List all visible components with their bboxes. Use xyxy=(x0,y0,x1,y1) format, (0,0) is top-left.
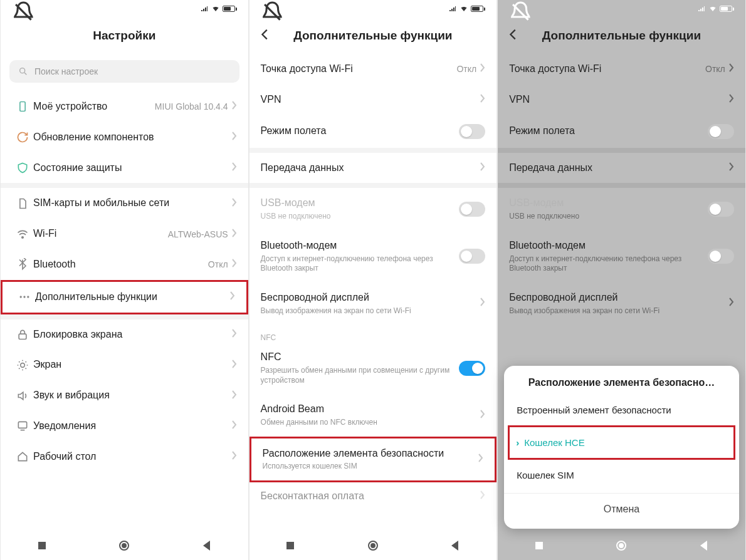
nav-recent[interactable] xyxy=(532,538,547,553)
nav-home[interactable] xyxy=(365,538,381,553)
search-input[interactable]: Поиск настроек xyxy=(9,60,239,83)
chevron-icon xyxy=(232,420,237,432)
toggle[interactable] xyxy=(459,124,485,139)
nav-back[interactable] xyxy=(696,538,712,553)
row-vpn[interactable]: VPN xyxy=(250,85,497,115)
sheet-title: Расположение элемента безопасно… xyxy=(504,366,739,395)
row-usb-модем[interactable]: USB-модемUSB не подключено xyxy=(250,188,497,230)
chevron-icon xyxy=(232,360,237,371)
row-label: Расположение элемента безопасности xyxy=(263,447,479,460)
row-беспроводной-дисплей[interactable]: Беспроводной дисплейВывод изображения на… xyxy=(498,283,745,324)
row-беспроводной-дисплей[interactable]: Беспроводной дисплейВывод изображения на… xyxy=(250,283,497,324)
sheet-option[interactable]: Встроенный элемент безопасности xyxy=(504,395,739,425)
sim-icon xyxy=(12,197,33,210)
row-wifi[interactable]: Wi-Fi ALTWeb-ASUS xyxy=(1,219,248,249)
svg-rect-8 xyxy=(18,422,26,428)
chevron-icon xyxy=(232,329,237,340)
row-sim[interactable]: SIM-карты и мобильные сети xyxy=(1,188,248,219)
toggle[interactable] xyxy=(708,124,734,139)
row-display[interactable]: Экран xyxy=(1,350,248,380)
row-value: Откл xyxy=(208,259,228,269)
row-device[interactable]: Моё устройство MIUI Global 10.4.4 xyxy=(1,91,248,122)
row-бесконтактная-оплата[interactable]: Бесконтактная оплата xyxy=(250,482,497,501)
nav-bar xyxy=(1,531,248,560)
nav-home[interactable] xyxy=(117,538,132,553)
device-icon xyxy=(12,100,33,113)
row-notif2[interactable]: Уведомления xyxy=(1,411,248,442)
row-точка-доступа-wi-fi[interactable]: Точка доступа Wi-Fi Откл xyxy=(250,54,497,85)
back-button[interactable] xyxy=(258,28,272,44)
chevron-icon xyxy=(232,162,237,174)
row-передача-данных[interactable]: Передача данных xyxy=(498,153,745,184)
back-button[interactable] xyxy=(507,28,520,44)
svg-rect-15 xyxy=(535,542,543,549)
chevron-icon xyxy=(478,454,483,465)
nav-recent[interactable] xyxy=(283,538,298,553)
row-режим-полета[interactable]: Режим полета xyxy=(250,115,497,148)
row-shield[interactable]: Состояние защиты xyxy=(1,153,248,184)
nav-recent[interactable] xyxy=(34,538,50,553)
row-label: USB-модем xyxy=(509,197,708,210)
row-режим-полета[interactable]: Режим полета xyxy=(498,115,745,148)
lock-icon xyxy=(12,328,33,341)
row-label: Беспроводной дисплей xyxy=(509,291,729,304)
row-lock[interactable]: Блокировка экрана xyxy=(1,319,248,350)
row-usb-модем[interactable]: USB-модемUSB не подключено xyxy=(498,188,745,230)
toggle[interactable] xyxy=(459,249,485,264)
row-bluetooth-модем[interactable]: Bluetooth-модемДоступ к интернет-подключ… xyxy=(498,231,745,283)
battery-icon xyxy=(720,6,734,12)
battery-icon xyxy=(223,6,237,12)
row-vpn[interactable]: VPN xyxy=(498,85,745,115)
chevron-icon xyxy=(729,94,734,105)
svg-point-4 xyxy=(23,296,25,298)
chevron-icon xyxy=(480,298,485,309)
row-передача-данных[interactable]: Передача данных xyxy=(250,153,497,184)
svg-rect-1 xyxy=(20,102,25,111)
svg-point-17 xyxy=(619,544,623,547)
nav-back[interactable] xyxy=(199,538,214,553)
chevron-icon xyxy=(480,94,485,105)
chevron-icon xyxy=(480,410,485,421)
row-label: USB-модем xyxy=(261,197,460,210)
status-icons xyxy=(200,5,237,13)
status-icons xyxy=(697,5,734,13)
toggle[interactable] xyxy=(459,202,485,217)
toggle[interactable] xyxy=(708,202,734,217)
row-sub: Доступ к интернет-подключению телефона ч… xyxy=(261,254,460,274)
sheet-option[interactable]: Кошелек HCE xyxy=(510,427,733,458)
row-label: VPN xyxy=(509,93,729,106)
nav-back[interactable] xyxy=(448,538,463,553)
nav-home[interactable] xyxy=(614,538,629,553)
row-more[interactable]: Дополнительные функции xyxy=(1,280,248,314)
row-sub: Вывод изображения на экран по сети Wi-Fi xyxy=(509,306,729,316)
row-bluetooth-модем[interactable]: Bluetooth-модемДоступ к интернет-подключ… xyxy=(250,231,497,283)
chevron-icon xyxy=(232,101,237,112)
row-home[interactable]: Рабочий стол xyxy=(1,442,248,472)
sheet-cancel[interactable]: Отмена xyxy=(504,493,739,525)
toggle[interactable] xyxy=(708,249,734,264)
row-label: Точка доступа Wi-Fi xyxy=(261,63,457,76)
sheet-option[interactable]: Кошелек SIM xyxy=(504,460,739,490)
wifi-icon xyxy=(12,228,33,241)
row-sound[interactable]: Звук и вибрация xyxy=(1,380,248,411)
svg-point-0 xyxy=(20,68,25,73)
svg-point-7 xyxy=(21,363,25,367)
chevron-icon xyxy=(729,162,734,174)
shield-icon xyxy=(12,162,33,174)
row-bluetooth[interactable]: Bluetooth Откл xyxy=(1,249,248,280)
row-android-beam[interactable]: Android BeamОбмен данными по NFC включен xyxy=(250,394,497,436)
chevron-icon xyxy=(232,132,237,143)
toggle[interactable] xyxy=(459,361,485,376)
sound-icon xyxy=(12,390,33,402)
row-sub: Обмен данными по NFC включен xyxy=(261,418,481,428)
row-расположение-элемента-безопасности[interactable]: Расположение элемента безопасностиИсполь… xyxy=(250,437,497,482)
svg-point-3 xyxy=(20,296,22,298)
page-header: Дополнительные функции xyxy=(498,18,745,54)
row-label: Режим полета xyxy=(509,125,708,138)
row-label: VPN xyxy=(261,93,481,106)
row-update[interactable]: Обновление компонентов xyxy=(1,122,248,153)
row-nfc[interactable]: NFCРазрешить обмен данными при совмещени… xyxy=(250,342,497,394)
row-label: Блокировка экрана xyxy=(33,328,232,341)
row-label: Обновление компонентов xyxy=(33,131,232,144)
row-точка-доступа-wi-fi[interactable]: Точка доступа Wi-Fi Откл xyxy=(498,54,745,85)
